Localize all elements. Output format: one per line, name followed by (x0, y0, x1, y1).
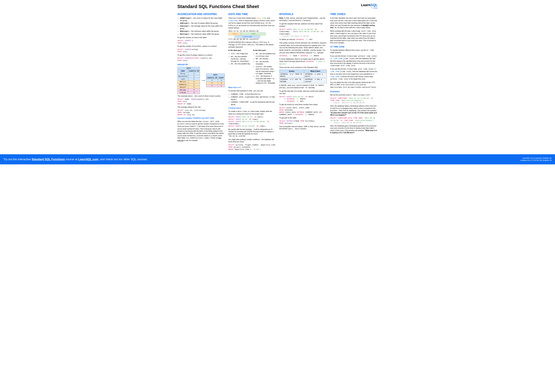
p-tz2: When working with the type timestamp wit… (330, 30, 378, 44)
arrow-icon: ⟶ (201, 79, 205, 82)
logo: LearnSQL • com (361, 3, 378, 9)
p-extract: To get part of the date: (279, 117, 327, 119)
code-extract: SELECT EXTRACT(YEAR FROM birthday) FROM … (279, 120, 327, 125)
p-mistake: When you join the tables like this: clie… (177, 120, 225, 142)
site-link[interactable]: LearnSQL.com (78, 158, 98, 161)
p-tz1: In the SQL Standard, the date type can't… (330, 17, 378, 29)
p-whattime: To answer that question in SQL, you can … (228, 90, 276, 92)
h-timezones: TIME ZONES (330, 13, 378, 16)
p-tz-explain: 14:39:53.662522-05 is almost 2:40 p.m. C… (228, 41, 276, 48)
h-agg: AGGREGATION AND GROUPING (177, 13, 225, 16)
h-groupby: GROUP BY (177, 63, 225, 66)
code-count-col: SELECT COUNT(rating) FROM city; (177, 48, 225, 53)
p-atz3: You can define the time zone with popula… (330, 81, 378, 88)
code-lastday: SELECT CAST('2021-02-01' AS date) + INTE… (279, 96, 327, 102)
p-simple: To get the simplest interval, subtract o… (279, 23, 327, 27)
col-intervals: INTERVALs Note: In SQL Server, intervals… (279, 12, 327, 151)
p-rows: To get the number of rows in the table: (177, 36, 225, 39)
course-link[interactable]: Standard SQL Functions (31, 158, 65, 161)
h-examples: Examples (330, 90, 378, 93)
col-aggregation: AGGREGATION AND GROUPING COUNT(expr) – t… (177, 12, 225, 151)
code-subtract: SELECT CAST('2021-12-31 23:59:59' AS tim… (279, 28, 327, 37)
p-creating: To create a date, time, or timestamp, si… (228, 110, 276, 115)
p-note: Note: In SQL Server, intervals aren't im… (279, 17, 327, 22)
p-mysql: In MySQL, write year_month instead of YE… (279, 84, 327, 89)
footer: Try out the interactive Standard SQL Fun… (0, 154, 555, 164)
list-timepart: HH – the zero-padded hour in a 24-hour c… (253, 52, 276, 84)
code-count-distinct: SELECT COUNT(DISTINCT country_id) FROM c… (177, 57, 225, 62)
p-events: To get all events for next three months … (279, 103, 327, 106)
p-example: The example above – the count of cities … (177, 95, 225, 97)
p-careful: Be careful with the last example – it wi… (228, 128, 276, 137)
page-title: Standard SQL Functions Cheat Sheet (177, 3, 259, 10)
p-atz1: If you use this format: {timestamp witho… (330, 55, 378, 67)
code-avg: SELECT city_id, AVG(rating) FROM ratings… (177, 109, 225, 116)
code-cast: SELECT CAST('2021-12-31' AS date); SELEC… (228, 116, 276, 127)
p-ex2d: Here, the database gets a timestamp spec… (330, 125, 378, 134)
p-more-syntax: There are two more syntaxes in the Stand… (279, 66, 327, 69)
p-returned: One of possible returned values: 1946. I… (279, 125, 327, 130)
h-atz: AT TIME ZONE (330, 45, 378, 48)
code-join-interval: INTERVAL '1' YEAR + INTERVAL '3' MONTH (279, 55, 327, 57)
h-creating: Creating values (228, 107, 276, 109)
city-table: CITY namecountry_id Paris1 Marseille1 Ly… (177, 67, 200, 94)
owner-text: LearnSQL.com is owned by Vertabelo SA (520, 157, 552, 159)
code-schedule: SELECT airline, flight_number, departure… (228, 144, 276, 151)
h-timepart: In the time part: (253, 49, 276, 51)
list-whattime: CURRENT_TIME – to find what time it is. … (228, 93, 276, 106)
p-ex-intro: We set the local time zone to 'America/N… (330, 94, 378, 96)
p-lastday: To get the last day of a month, add one … (279, 90, 327, 95)
h-intervals: INTERVALs (279, 13, 327, 16)
p-atz2: If you use this format: {timestamp with … (330, 68, 378, 80)
grouped-table: CITY country_idcount 13 23 42 (206, 73, 225, 87)
h-mistake: Common mistake: COUNT(*) and LEFT JOIN (177, 117, 225, 119)
h-datetime: DATE AND TIME (228, 13, 276, 16)
code-count-star: SELECT COUNT(*) FROM city; (177, 40, 225, 44)
h-whattime: What time is it? (228, 86, 276, 89)
p-nonnull: To get the number of non-NULL values in … (177, 45, 225, 47)
code-ex2: SELECT TIMESTAMP WITH TIME ZONE '2021-06… (330, 117, 378, 124)
code-events: SELECT event_date, event_name FROM calen… (279, 107, 327, 116)
list-datepart: YYYY – the 4-digit year. mm – the zero-p… (228, 52, 251, 65)
syntax-table: SyntaxWhat it does INTERVAL 'x-y' YEAR T… (279, 70, 327, 83)
timestamp-diagram: 2021-12-31 14:39:53.662522-05 datetime t… (228, 30, 276, 41)
p-avg: The average rating for the city: (177, 106, 225, 108)
p-plural: In some databases, there's an easier way… (279, 58, 327, 65)
p-skip: You might skip casting in simple conditi… (228, 138, 276, 143)
code-ex1: SELECT TIMESTAMP '2021-07-16 21:00:00' A… (330, 97, 378, 104)
agg-list: COUNT(expr) – the count of values for th… (177, 17, 225, 36)
col-timezones: TIME ZONES In the SQL Standard, the date… (330, 12, 378, 151)
col-datetime: DATE AND TIME There are 3 main time-rela… (228, 12, 276, 151)
p-atz-intro: To operate between different time zones,… (330, 49, 378, 54)
p-ex1d: Here, the database takes a timestamp wit… (330, 105, 378, 116)
p-define: To define an interval: INTERVAL '1' DAY (279, 38, 327, 41)
p-dt-intro: There are 3 main time-related types: dat… (228, 17, 276, 29)
p-distinct: To get the count of unique values in a c… (177, 54, 225, 56)
h-datepart: In the date part: (228, 49, 251, 51)
code-groupby-name: SELECT name, COUNT(country_id) FROM city… (177, 98, 225, 105)
p-syntax: This syntax consists of three elements: … (279, 42, 327, 54)
license-text: vertabelo.com | CC BY-NC-ND Vertabelo SA (520, 159, 552, 162)
